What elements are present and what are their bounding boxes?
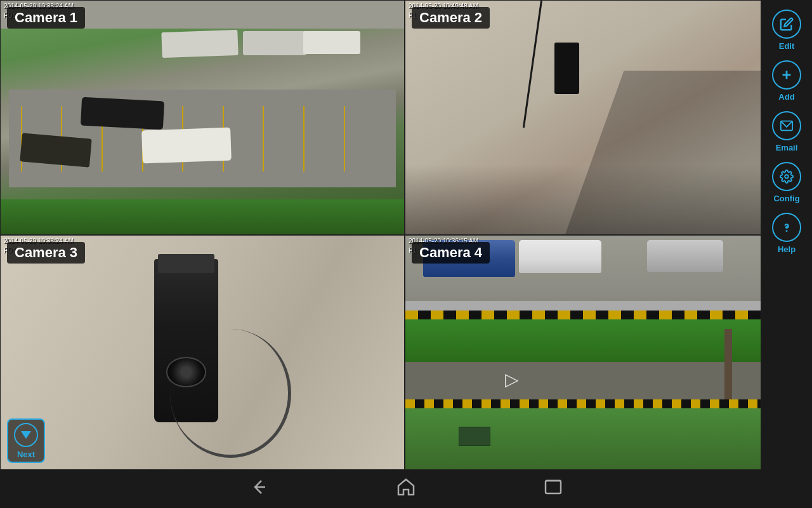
add-icon [772, 60, 801, 90]
edit-button[interactable]: Edit [765, 6, 808, 54]
svg-rect-7 [546, 481, 561, 493]
cam3-label: Camera 3 [7, 242, 85, 264]
camera-grid: 2014-05-20 10:38:24 AM FO1 Camera 1 [0, 0, 761, 470]
email-icon [772, 111, 801, 140]
edit-label: Edit [779, 41, 795, 51]
svg-point-3 [785, 175, 789, 178]
help-button[interactable]: Help [765, 210, 808, 257]
camera-4-cell[interactable]: ▷ 2014-05-20 10:36:15 AM P1 Camera 4 [405, 235, 761, 470]
next-button[interactable]: Next [7, 418, 45, 463]
next-arrow-icon [21, 431, 31, 439]
recent-apps-button[interactable] [543, 477, 563, 502]
config-label: Config [773, 194, 799, 203]
home-button[interactable] [396, 477, 416, 502]
cam1-label: Camera 1 [7, 7, 85, 29]
camera-2-cell[interactable]: 2014-05-20 10:49:48 AM P1 Camera 2 [405, 0, 761, 235]
email-button[interactable]: Email [765, 108, 808, 156]
nav-bar [0, 470, 812, 508]
next-label: Next [17, 450, 35, 459]
camera-3-cell[interactable]: 2014-05-20 10:38:24 AM FO1 Camera 3 Next [0, 235, 405, 470]
help-icon [772, 213, 801, 242]
cam4-label: Camera 4 [412, 242, 490, 264]
config-button[interactable]: Config [765, 159, 808, 206]
add-label: Add [778, 92, 794, 102]
main-area: 2014-05-20 10:38:24 AM FO1 Camera 1 [0, 0, 812, 470]
add-button[interactable]: Add [765, 57, 808, 105]
next-circle-icon [14, 423, 38, 447]
sidebar: Edit Add Email [761, 0, 812, 470]
back-button[interactable] [249, 477, 269, 502]
config-icon [772, 162, 801, 191]
email-label: Email [776, 143, 798, 152]
camera-1-cell[interactable]: 2014-05-20 10:38:24 AM FO1 Camera 1 [0, 0, 405, 235]
cam2-label: Camera 2 [412, 7, 490, 29]
svg-point-5 [787, 231, 787, 231]
edit-icon [772, 10, 801, 39]
road-arrow: ▷ [505, 369, 519, 390]
help-label: Help [778, 244, 796, 254]
app: 2014-05-20 10:38:24 AM FO1 Camera 1 [0, 0, 812, 508]
